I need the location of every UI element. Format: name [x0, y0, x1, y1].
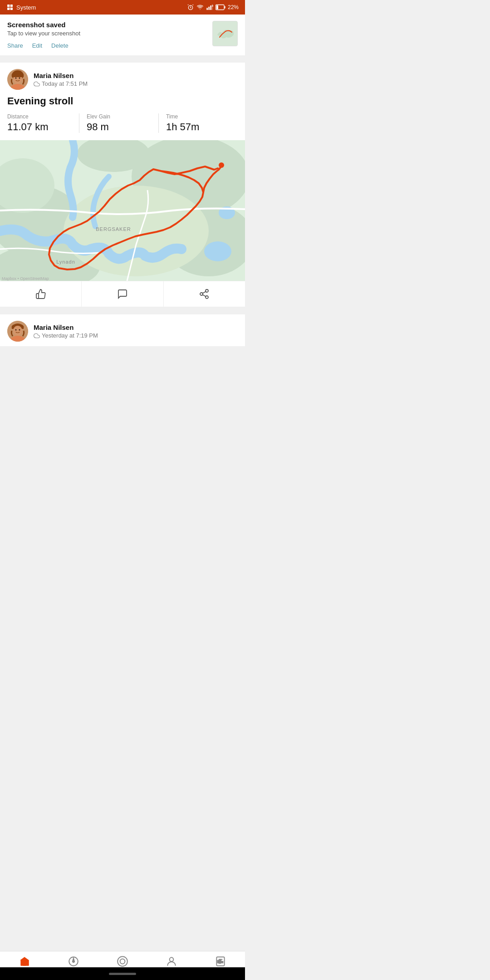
post-header: Maria Nilsen Today at 7:51 PM: [0, 63, 245, 94]
status-app-name: System: [6, 4, 36, 11]
activity-title: Evening stroll: [0, 94, 245, 113]
svg-rect-5: [206, 8, 208, 10]
post-author-name: Maria Nilsen: [34, 72, 238, 79]
svg-point-27: [64, 186, 209, 276]
svg-rect-3: [10, 8, 13, 10]
share-icon: [199, 289, 210, 299]
alarm-icon: [187, 4, 194, 11]
screenshot-notification[interactable]: Screenshot saved Tap to view your screen…: [0, 15, 245, 55]
signal-icon: R: [206, 4, 213, 11]
second-post-time: Yesterday at 7:19 PM: [34, 332, 238, 339]
screenshot-thumbnail[interactable]: [212, 21, 238, 46]
first-post: Maria Nilsen Today at 7:51 PM Evening st…: [0, 63, 245, 307]
stat-distance: Distance 11.07 km: [7, 113, 79, 133]
battery-percent: 22%: [228, 4, 239, 10]
second-post-meta: Maria Nilsen Yesterday at 7:19 PM: [34, 323, 238, 339]
svg-rect-2: [7, 8, 10, 10]
map-location-label: BERGSAKER: [96, 226, 131, 232]
notification-text: Screenshot saved Tap to view your screen…: [7, 21, 212, 49]
time-value: 1h 57m: [166, 121, 230, 133]
time-label: Time: [166, 113, 230, 120]
svg-point-41: [15, 329, 17, 331]
distance-value: 11.07 km: [7, 121, 72, 133]
edit-action[interactable]: Edit: [32, 42, 42, 49]
comment-icon: [117, 289, 128, 299]
like-button[interactable]: [0, 281, 82, 307]
wifi-icon: [196, 4, 204, 11]
second-post-author: Maria Nilsen: [34, 323, 238, 331]
author-avatar: [7, 69, 28, 90]
status-bar: System R 22%: [0, 0, 245, 15]
app-icon: [6, 4, 14, 11]
notification-subtitle: Tap to view your screenshot: [7, 30, 212, 37]
svg-rect-0: [7, 5, 10, 7]
second-weather-icon: [34, 333, 40, 339]
svg-point-19: [19, 78, 20, 79]
stats-row: Distance 11.07 km Elev Gain 98 m Time 1h…: [0, 113, 245, 140]
svg-point-34: [206, 289, 208, 292]
svg-line-37: [203, 295, 206, 297]
comment-button[interactable]: [82, 281, 163, 307]
weather-cloud-icon: [34, 81, 40, 87]
post-time: Today at 7:51 PM: [34, 80, 238, 87]
svg-point-42: [19, 329, 20, 331]
elev-value: 98 m: [87, 121, 151, 133]
thumbs-up-icon: [35, 289, 46, 299]
svg-text:Lynadn: Lynadn: [56, 259, 75, 265]
post-meta: Maria Nilsen Today at 7:51 PM: [34, 72, 238, 87]
elev-label: Elev Gain: [87, 113, 151, 120]
svg-rect-12: [216, 5, 218, 9]
svg-line-38: [203, 292, 206, 294]
svg-point-40: [13, 326, 22, 336]
delete-action[interactable]: Delete: [51, 42, 69, 49]
distance-label: Distance: [7, 113, 72, 120]
stat-time: Time 1h 57m: [166, 113, 238, 133]
svg-rect-7: [210, 5, 211, 10]
share-button[interactable]: [164, 281, 245, 307]
svg-rect-6: [208, 7, 210, 10]
svg-point-29: [204, 241, 231, 261]
notification-title: Screenshot saved: [7, 21, 212, 29]
svg-text:Mapbox • OpenStreetMap: Mapbox • OpenStreetMap: [2, 276, 49, 281]
svg-rect-11: [224, 6, 225, 8]
status-icons: R 22%: [187, 4, 239, 11]
second-post: Maria Nilsen Yesterday at 7:19 PM: [0, 314, 245, 346]
action-bar: [0, 281, 245, 307]
notification-actions: Share Edit Delete: [7, 42, 212, 49]
svg-point-35: [200, 293, 203, 295]
svg-text:R: R: [212, 5, 213, 7]
svg-point-36: [206, 296, 208, 299]
svg-point-18: [15, 78, 17, 79]
svg-point-32: [219, 162, 224, 168]
stat-elev-gain: Elev Gain 98 m: [87, 113, 159, 133]
activity-map[interactable]: BERGSAKER Lynadn Mapbox • OpenStreetMap: [0, 140, 245, 281]
thumb-map-svg: [213, 21, 238, 46]
map-svg: BERGSAKER Lynadn Mapbox • OpenStreetMap: [0, 140, 245, 281]
svg-rect-1: [10, 5, 13, 7]
battery-icon: [216, 4, 225, 10]
second-post-avatar: [7, 321, 28, 342]
share-action[interactable]: Share: [7, 42, 23, 49]
